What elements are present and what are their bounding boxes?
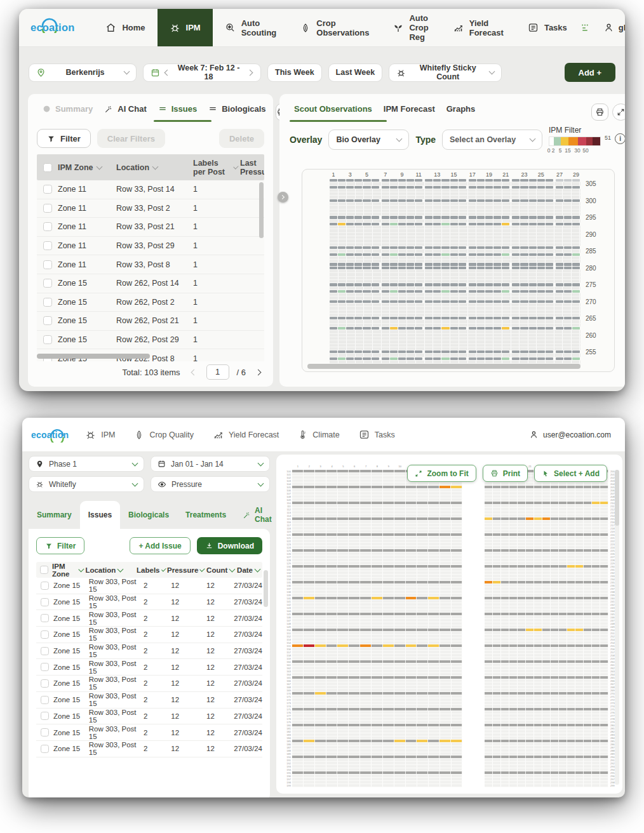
heatmap-cell[interactable]	[398, 327, 406, 330]
heatmap-cell[interactable]	[439, 502, 450, 504]
heatmap-cell[interactable]	[485, 660, 492, 663]
heatmap-cell[interactable]	[383, 676, 394, 679]
heatmap-cell[interactable]	[556, 290, 563, 293]
heatmap-cell[interactable]	[459, 216, 466, 218]
heatmap-cell[interactable]	[349, 597, 359, 599]
heatmap-cell[interactable]	[485, 613, 492, 615]
heatmap-cell[interactable]	[441, 216, 449, 218]
heatmap-cell[interactable]	[330, 317, 337, 319]
heatmap-cell[interactable]	[441, 327, 449, 330]
heatmap-cell[interactable]	[439, 565, 450, 568]
filter-button[interactable]: Filter	[37, 129, 91, 148]
heatmap-cell[interactable]	[360, 502, 371, 504]
heatmap-cell[interactable]	[485, 549, 492, 552]
heatmap-cell[interactable]	[502, 186, 509, 189]
heatmap-cell[interactable]	[485, 676, 492, 679]
tab-scout-observations[interactable]: Scout Observations	[288, 102, 378, 122]
row-checkbox[interactable]	[41, 745, 49, 753]
heatmap-cell[interactable]	[425, 263, 433, 265]
heatmap-cell[interactable]	[526, 533, 533, 536]
heatmap-cell[interactable]	[502, 317, 509, 319]
heatmap-cell[interactable]	[592, 724, 600, 726]
heatmap-cell[interactable]	[502, 350, 509, 353]
heatmap-cell[interactable]	[382, 199, 389, 202]
heatmap-cell[interactable]	[572, 179, 580, 182]
heatmap-cell[interactable]	[439, 533, 450, 536]
heatmap-cell[interactable]	[451, 502, 462, 504]
heatmap-cell[interactable]	[417, 740, 427, 742]
table-row[interactable]: Zone 15Row 303, Post 152121227/03/24	[36, 676, 262, 692]
heatmap-cell[interactable]	[564, 179, 572, 182]
heatmap-cell[interactable]	[390, 300, 398, 303]
heatmap-cell[interactable]	[512, 327, 520, 330]
heatmap-cell[interactable]	[526, 676, 533, 679]
heatmap-cell[interactable]	[493, 692, 500, 695]
heatmap-cell[interactable]	[363, 216, 370, 218]
heatmap-cell[interactable]	[315, 708, 326, 710]
heatmap-cell[interactable]	[337, 613, 348, 615]
heatmap-cell[interactable]	[433, 300, 441, 303]
heatmap-cell[interactable]	[534, 692, 542, 695]
heatmap-cell[interactable]	[326, 629, 337, 631]
heatmap-cell[interactable]	[417, 692, 427, 695]
heatmap-cell[interactable]	[559, 692, 567, 695]
heatmap-cell[interactable]	[372, 300, 379, 303]
heatmap-cell[interactable]	[417, 724, 427, 726]
heatmap-cell[interactable]	[406, 199, 414, 202]
heatmap-cell[interactable]	[330, 246, 337, 249]
heatmap-cell[interactable]	[398, 350, 406, 353]
heatmap-cell[interactable]	[584, 771, 591, 774]
nav-item-ipm[interactable]: IPM	[85, 429, 115, 440]
heatmap-cell[interactable]	[451, 597, 462, 599]
heatmap-cell[interactable]	[382, 350, 389, 353]
heatmap-cell[interactable]	[390, 327, 398, 330]
heatmap-cell[interactable]	[493, 629, 500, 631]
heatmap-cell[interactable]	[346, 357, 354, 360]
heatmap-cell[interactable]	[477, 253, 485, 256]
heatmap-cell[interactable]	[337, 660, 348, 663]
heatmap-cell[interactable]	[315, 724, 326, 726]
row-checkbox[interactable]	[43, 241, 52, 250]
heatmap-cell[interactable]	[315, 740, 326, 742]
heatmap-cell[interactable]	[346, 267, 354, 269]
heatmap-cell[interactable]	[451, 660, 462, 663]
heatmap-cell[interactable]	[304, 740, 314, 742]
heatmap-cell[interactable]	[406, 267, 414, 269]
heatmap-cell[interactable]	[564, 327, 572, 330]
heatmap-cell[interactable]	[469, 179, 476, 182]
heatmap-cell[interactable]	[349, 549, 359, 552]
heatmap-cell[interactable]	[459, 267, 466, 269]
heatmap-cell[interactable]	[383, 533, 394, 536]
tab-graphs[interactable]: Graphs	[441, 102, 481, 122]
heatmap-cell[interactable]	[428, 486, 439, 488]
heatmap-cell[interactable]	[360, 629, 371, 631]
heatmap-cell[interactable]	[398, 300, 406, 303]
heatmap-cell[interactable]	[512, 283, 520, 286]
heatmap-cell[interactable]	[372, 357, 379, 360]
heatmap-cell[interactable]	[459, 223, 466, 225]
heatmap-cell[interactable]	[477, 223, 485, 225]
heatmap-cell[interactable]	[315, 470, 326, 472]
heatmap-cell[interactable]	[383, 629, 394, 631]
heatmap-cell[interactable]	[600, 756, 608, 758]
heatmap-cell[interactable]	[509, 692, 517, 695]
heatmap-cell[interactable]	[534, 724, 542, 726]
table-row[interactable]: Zone 11Row 33, Post 291	[37, 237, 264, 256]
heatmap-cell[interactable]	[451, 708, 462, 710]
heatmap-cell[interactable]	[477, 216, 485, 218]
heatmap-cell[interactable]	[406, 517, 417, 520]
heatmap-cell[interactable]	[559, 740, 567, 742]
heatmap-cell[interactable]	[518, 565, 525, 568]
heatmap-cell[interactable]	[518, 771, 525, 774]
brand-logo[interactable]: ecoation	[31, 430, 85, 440]
heatmap-cell[interactable]	[600, 660, 608, 663]
heatmap-cell[interactable]	[439, 692, 450, 695]
heatmap-cell[interactable]	[338, 300, 345, 303]
heatmap-cell[interactable]	[520, 290, 528, 293]
heatmap-cell[interactable]	[584, 549, 591, 552]
heatmap-cell[interactable]	[406, 692, 417, 695]
heatmap-cell[interactable]	[383, 771, 394, 774]
heatmap-cell[interactable]	[477, 246, 485, 249]
heatmap-cell[interactable]	[372, 216, 379, 218]
heatmap-cell[interactable]	[372, 692, 382, 695]
